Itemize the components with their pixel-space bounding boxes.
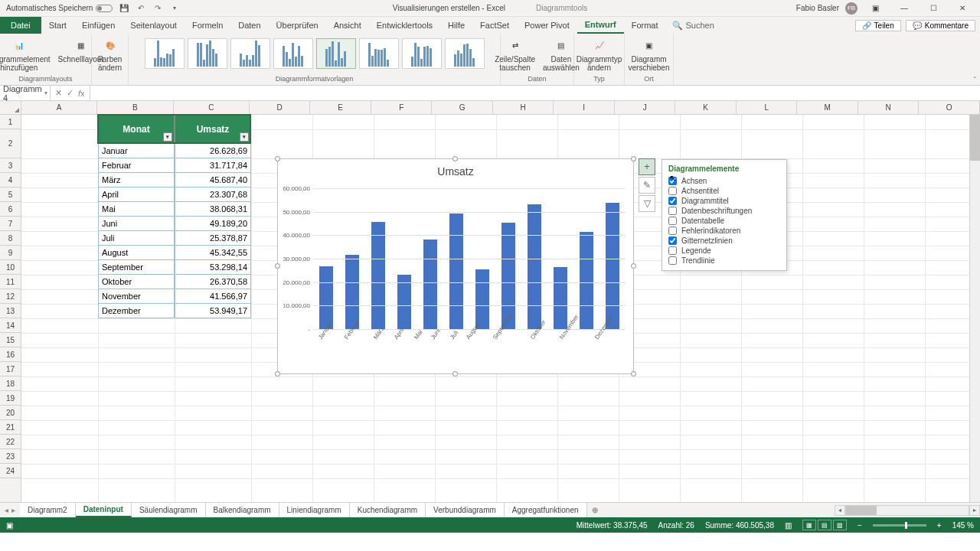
chart-style-thumb[interactable] xyxy=(316,38,356,69)
row-header[interactable]: 2 xyxy=(0,129,21,158)
change-chart-type-button[interactable]: 📈Diagrammtyp ändern xyxy=(573,35,625,73)
cancel-fx-icon[interactable]: ✕ xyxy=(55,88,62,98)
column-header[interactable]: I xyxy=(554,101,615,114)
search-field[interactable]: 🔍 Suchen xyxy=(666,17,720,34)
zoom-slider[interactable] xyxy=(873,524,926,527)
cell-month[interactable]: Juni xyxy=(98,217,175,231)
sheet-tab[interactable]: Dateninput xyxy=(76,503,132,517)
column-header[interactable]: J xyxy=(615,101,676,114)
view-normal-icon[interactable]: ▦ xyxy=(802,520,816,530)
tab-start[interactable]: Start xyxy=(41,17,74,34)
zoom-level[interactable]: 145 % xyxy=(952,521,974,530)
redo-icon[interactable]: ↷ xyxy=(152,3,163,14)
chart-style-thumb[interactable] xyxy=(359,38,399,69)
cell-month[interactable]: März xyxy=(98,173,175,187)
add-sheet-button[interactable]: ⊕ xyxy=(587,503,603,517)
qat-customize-icon[interactable]: ▾ xyxy=(169,3,180,14)
tab-power pivot[interactable]: Power Pivot xyxy=(517,17,577,34)
table-row[interactable]: Februar31.717,84 xyxy=(98,158,251,173)
cell-month[interactable]: Mai xyxy=(98,202,175,217)
filter-icon[interactable]: ▾ xyxy=(163,132,172,142)
flyout-item[interactable]: Gitternetzlinien xyxy=(668,236,780,246)
chart-object[interactable]: Umsatz -10.000,0020.000,0030.000,0040.00… xyxy=(277,158,634,374)
row-header[interactable]: 21 xyxy=(0,420,21,435)
cell-umsatz[interactable]: 26.628,69 xyxy=(175,144,251,158)
save-icon[interactable]: 💾 xyxy=(119,3,129,14)
checkbox[interactable] xyxy=(668,177,677,185)
checkbox[interactable] xyxy=(668,207,677,215)
cell-month[interactable]: September xyxy=(98,260,175,275)
tab-entwurf[interactable]: Entwurf xyxy=(577,17,624,34)
checkbox[interactable] xyxy=(668,197,677,205)
row-header[interactable]: 4 xyxy=(0,173,21,187)
select-all-corner[interactable] xyxy=(0,101,21,114)
sheet-tab[interactable]: Säulendiagramm xyxy=(132,503,206,517)
cell-month[interactable]: April xyxy=(98,187,175,202)
table-row[interactable]: November41.566,97 xyxy=(98,289,251,304)
column-header[interactable]: A xyxy=(21,101,97,114)
cell-umsatz[interactable]: 41.566,97 xyxy=(175,289,251,304)
row-header[interactable]: 24 xyxy=(0,464,21,478)
chart-bar[interactable] xyxy=(423,240,437,329)
chart-elements-button[interactable]: + xyxy=(639,158,655,175)
chart-bar[interactable] xyxy=(580,232,593,329)
chart-bar[interactable] xyxy=(345,255,359,329)
worksheet[interactable]: ABCDEFGHIJKLMNO 123456789101112131415161… xyxy=(0,101,980,502)
tab-formeln[interactable]: Formeln xyxy=(185,17,230,34)
record-macro-icon[interactable]: ▣ xyxy=(6,521,13,530)
scrollbar-thumb[interactable] xyxy=(846,506,877,515)
row-header[interactable]: 9 xyxy=(0,246,21,260)
chart-title[interactable]: Umsatz xyxy=(278,159,633,181)
chart-bar[interactable] xyxy=(449,214,463,329)
row-header[interactable]: 5 xyxy=(0,187,21,202)
cell-umsatz[interactable]: 45.687,40 xyxy=(175,173,251,187)
column-header[interactable]: K xyxy=(675,101,737,114)
row-header[interactable]: 19 xyxy=(0,391,21,406)
move-chart-button[interactable]: ▣Diagramm verschieben xyxy=(626,35,673,73)
cell-month[interactable]: Februar xyxy=(98,158,175,173)
vertical-scrollbar[interactable] xyxy=(969,115,980,502)
chart-style-thumb[interactable] xyxy=(145,38,185,69)
cell-month[interactable]: November xyxy=(98,289,175,304)
zoom-out-icon[interactable]: − xyxy=(858,521,862,530)
cell-umsatz[interactable]: 53.949,17 xyxy=(175,304,251,318)
view-page-layout-icon[interactable]: ▤ xyxy=(818,520,831,530)
name-box[interactable]: Diagramm 4 xyxy=(0,86,51,100)
column-header[interactable]: E xyxy=(310,101,371,114)
row-header[interactable]: 6 xyxy=(0,202,21,217)
cell-umsatz[interactable]: 38.068,31 xyxy=(175,202,251,217)
checkbox[interactable] xyxy=(668,187,677,195)
tab-factset[interactable]: FactSet xyxy=(472,17,517,34)
fx-icon[interactable]: fx xyxy=(78,89,85,98)
cell-umsatz[interactable]: 45.342,55 xyxy=(175,246,251,260)
minimize-icon[interactable]: — xyxy=(893,0,916,17)
user-avatar[interactable]: FB xyxy=(845,2,858,15)
cell-umsatz[interactable]: 25.378,87 xyxy=(175,231,251,246)
change-colors-button[interactable]: 🎨Farben ändern xyxy=(95,35,126,73)
chart-bar[interactable] xyxy=(554,267,567,329)
chart-plot-area[interactable]: -10.000,0020.000,0030.000,0040.000,0050.… xyxy=(313,188,626,329)
toggle-switch-icon[interactable] xyxy=(96,5,113,12)
chart-filters-button[interactable]: ▽ xyxy=(639,195,655,212)
scrollbar-thumb[interactable] xyxy=(970,115,980,161)
formula-input[interactable] xyxy=(90,86,980,100)
cell-month[interactable]: Dezember xyxy=(98,304,175,318)
tab-file[interactable]: Datei xyxy=(0,17,41,34)
checkbox[interactable] xyxy=(668,217,677,225)
comments-button[interactable]: 💬Kommentare xyxy=(906,20,975,31)
row-header[interactable]: 15 xyxy=(0,333,21,347)
horizontal-scrollbar[interactable]: ◂ ▸ xyxy=(835,503,980,517)
row-header[interactable]: 1 xyxy=(0,115,21,129)
sheet-tab[interactable]: Liniendiagramm xyxy=(279,503,350,517)
collapse-ribbon-icon[interactable]: ˄ xyxy=(973,76,977,83)
column-header[interactable]: B xyxy=(97,101,173,114)
zoom-in-icon[interactable]: + xyxy=(937,521,942,530)
row-header[interactable]: 17 xyxy=(0,362,21,377)
chart-style-thumb[interactable] xyxy=(230,38,270,69)
sheet-tab[interactable]: Aggregatfunktionen xyxy=(505,503,587,517)
tab-seitenlayout[interactable]: Seitenlayout xyxy=(122,17,185,34)
table-row[interactable]: August45.342,55 xyxy=(98,246,251,260)
chart-bar[interactable] xyxy=(371,222,385,329)
column-header[interactable]: D xyxy=(250,101,311,114)
row-header[interactable]: 23 xyxy=(0,449,21,464)
